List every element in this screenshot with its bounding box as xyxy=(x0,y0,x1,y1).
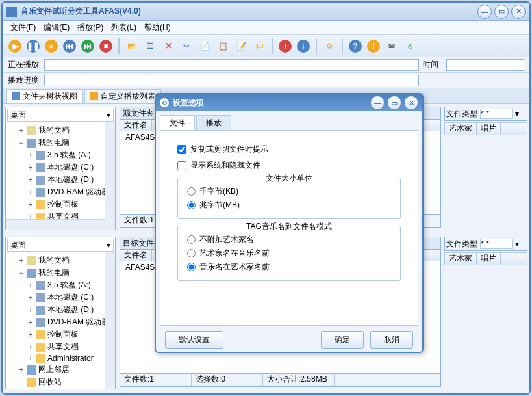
cancel-button[interactable]: 取消 xyxy=(370,331,413,349)
drive-icon xyxy=(36,151,45,160)
checkbox-prompt-on-copy[interactable] xyxy=(177,145,186,154)
tree-item[interactable]: −我的电脑 xyxy=(8,137,112,149)
menubar: 文件(F) 编辑(E) 播放(P) 列表(L) 帮助(H) xyxy=(3,21,529,35)
prev-button[interactable]: ⏮ xyxy=(61,38,78,55)
col-album[interactable]: 唱片 xyxy=(477,253,501,265)
rename-button[interactable]: 📝 xyxy=(233,38,249,55)
tree-item[interactable]: −我的电脑 xyxy=(8,267,112,279)
now-playing-row: 正在播放 时间 xyxy=(3,57,529,73)
exit-button[interactable]: ⎋ xyxy=(401,38,418,55)
source-tree[interactable]: 桌面▾ +我的文档 −我的电脑 +3.5 软盘 (A:) +本地磁盘 (C:) … xyxy=(5,107,116,230)
drive-icon xyxy=(36,281,45,290)
copy-button[interactable]: 📄 xyxy=(196,38,213,55)
checkbox-label: 显示系统和隐藏文件 xyxy=(190,160,260,171)
help-button[interactable]: ? xyxy=(347,38,364,55)
radio-mb[interactable] xyxy=(187,201,196,209)
radio-kb[interactable] xyxy=(187,187,196,196)
now-playing-label: 正在播放 xyxy=(8,59,40,70)
dialog-close-button[interactable]: ✕ xyxy=(404,96,418,110)
dvd-icon xyxy=(36,188,45,197)
scrollbar[interactable] xyxy=(105,122,115,230)
tree-item[interactable]: 回收站 xyxy=(8,376,112,388)
radio-tag-none[interactable] xyxy=(187,235,196,244)
tree-item[interactable]: +本地磁盘 (D:) xyxy=(8,304,112,316)
mail-button[interactable]: ✉ xyxy=(383,38,400,55)
tag-button[interactable]: 🏷 xyxy=(251,38,268,55)
network-icon xyxy=(27,365,36,375)
dest-root-dropdown[interactable]: 桌面▾ xyxy=(7,239,114,252)
radio-tag-music-first[interactable] xyxy=(187,263,196,271)
move-down-button[interactable]: ↓ xyxy=(295,38,312,55)
tree-item[interactable]: +控制面板 xyxy=(8,198,112,211)
play-button[interactable]: ▶ xyxy=(6,38,23,55)
menu-edit[interactable]: 编辑(E) xyxy=(40,22,73,33)
cut-button[interactable]: ✂ xyxy=(178,38,195,55)
radio-label: 千字节(KB) xyxy=(199,186,238,197)
scrollbar[interactable] xyxy=(6,219,105,230)
tab-tree-view[interactable]: 文件夹树状视图 xyxy=(6,89,83,103)
pause-button[interactable]: ❚❚ xyxy=(25,38,42,55)
tree-item[interactable]: +共享文档 xyxy=(8,341,112,353)
col-artist[interactable]: 艺术家 xyxy=(445,253,477,265)
drive-icon xyxy=(36,176,45,185)
tree-item[interactable]: +DVD-RAM 驱动器 xyxy=(8,316,112,328)
col-filename[interactable]: 文件名 xyxy=(120,250,152,261)
paste-button[interactable]: 📋 xyxy=(214,38,231,55)
folder-icon xyxy=(36,343,45,352)
checkbox-show-hidden[interactable] xyxy=(177,161,186,170)
about-button[interactable]: ! xyxy=(365,38,382,55)
tree-item[interactable]: +Administrator xyxy=(8,353,112,363)
checkbox-label: 复制或剪切文件时提示 xyxy=(190,144,268,155)
dest-tree[interactable]: 桌面▾ +我的文档 −我的电脑 +3.5 软盘 (A:) +本地磁盘 (C:) … xyxy=(5,237,116,389)
dialog-title: 设置选项 xyxy=(173,98,370,109)
delete-button[interactable]: ✕ xyxy=(160,38,177,55)
menu-help[interactable]: 帮助(H) xyxy=(140,22,175,33)
dropdown-arrow[interactable]: ▾ xyxy=(515,239,519,248)
tree-item[interactable]: +我的文档 xyxy=(8,124,112,137)
col-artist[interactable]: 艺术家 xyxy=(445,123,477,135)
tree-item[interactable]: +本地磁盘 (C:) xyxy=(8,291,112,304)
cpanel-icon xyxy=(36,200,45,209)
progress-slider[interactable] xyxy=(44,75,419,86)
ok-button[interactable]: 确定 xyxy=(321,331,364,349)
radio-tag-artist-first[interactable] xyxy=(187,249,196,257)
maximize-button[interactable]: ▭ xyxy=(494,5,509,19)
default-button[interactable]: 默认设置 xyxy=(165,331,223,349)
dialog-maximize-button[interactable]: ▭ xyxy=(387,96,401,110)
tree-item[interactable]: +3.5 软盘 (A:) xyxy=(8,279,112,291)
dialog-tab-file[interactable]: 文件 xyxy=(160,115,195,130)
dropdown-arrow[interactable]: ▾ xyxy=(515,109,519,118)
menu-file[interactable]: 文件(F) xyxy=(6,22,40,33)
tree-item[interactable]: +本地磁盘 (D:) xyxy=(8,174,112,186)
menu-list[interactable]: 列表(L) xyxy=(107,22,140,33)
dialog-minimize-button[interactable]: — xyxy=(370,96,385,110)
tree-item[interactable]: +3.5 软盘 (A:) xyxy=(8,149,112,161)
col-filename[interactable]: 文件名 xyxy=(120,120,152,131)
next-button[interactable]: ⏭ xyxy=(79,38,96,55)
fwd-button[interactable]: » xyxy=(43,38,60,55)
tab-custom-list[interactable]: 自定义播放列表 xyxy=(84,89,161,103)
pc-icon xyxy=(27,269,36,278)
props-button[interactable]: ☰ xyxy=(142,38,158,55)
stop-button[interactable]: ■ xyxy=(97,38,114,55)
group-label: 文件大小单位 xyxy=(260,173,318,184)
open-button[interactable]: 📂 xyxy=(123,38,140,55)
menu-play[interactable]: 播放(P) xyxy=(73,22,107,33)
col-album[interactable]: 唱片 xyxy=(477,123,501,135)
minimize-button[interactable]: — xyxy=(477,5,492,19)
close-button[interactable]: ✕ xyxy=(511,5,526,19)
tree-item[interactable]: +控制面板 xyxy=(8,328,112,341)
source-root-dropdown[interactable]: 桌面▾ xyxy=(7,109,114,122)
filetype-input[interactable] xyxy=(480,239,513,249)
dialog-tab-play[interactable]: 播放 xyxy=(196,115,231,130)
tree-item[interactable]: +我的文档 xyxy=(8,254,112,267)
settings-dialog: ⚙ 设置选项 — ▭ ✕ 文件 播放 复制或剪切文件时提示 显示系统和隐藏文件 … xyxy=(155,93,424,353)
move-up-button[interactable]: ↑ xyxy=(277,38,294,55)
filetype-input[interactable] xyxy=(480,109,513,119)
time-label: 时间 xyxy=(423,59,442,70)
tree-item[interactable]: +本地磁盘 (C:) xyxy=(8,161,112,174)
tree-item[interactable]: +DVD-RAM 驱动器 xyxy=(8,186,112,198)
tree-item[interactable]: +网上邻居 xyxy=(8,363,112,376)
settings-button[interactable]: ⚙ xyxy=(321,38,338,55)
scrollbar[interactable] xyxy=(105,252,115,389)
